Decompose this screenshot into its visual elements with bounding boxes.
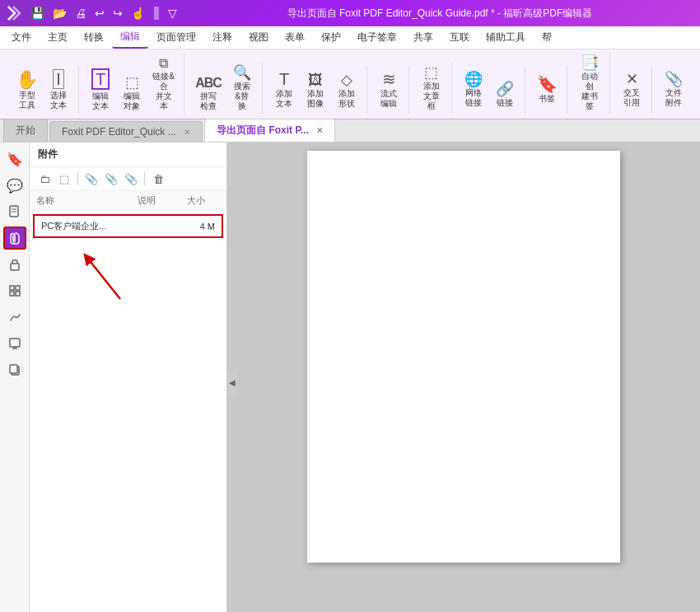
svg-rect-6 xyxy=(10,292,14,296)
sidebar-bookmark[interactable]: 🔖 xyxy=(3,147,26,171)
sidebar-security[interactable] xyxy=(3,253,26,276)
menu-connect[interactable]: 互联 xyxy=(441,27,478,48)
tab-foxit-quick[interactable]: Foxit PDF Editor_Quick ... ✕ xyxy=(49,121,203,142)
menu-sign[interactable]: 电子签章 xyxy=(349,27,405,48)
tab-close-1[interactable]: ✕ xyxy=(184,128,190,137)
file-attach-icon: 📎 xyxy=(665,72,683,86)
menu-home[interactable]: 主页 xyxy=(40,27,76,48)
main-area: 🔖 💬 xyxy=(0,142,700,612)
web-link-icon: 🌐 xyxy=(464,72,483,86)
window-title: 导出页面自 Foxit PDF Editor_Quick Guide.pdf *… xyxy=(186,7,693,21)
sidebar-pages[interactable] xyxy=(3,200,26,223)
ribbon-group-auto-bookmark: 📑 自动创建书签 xyxy=(569,53,610,114)
touch-icon[interactable]: ☝ xyxy=(128,5,147,21)
menu-view[interactable]: 视图 xyxy=(240,27,277,48)
menu-assist[interactable]: 辅助工具 xyxy=(478,27,534,48)
svg-rect-4 xyxy=(10,286,14,290)
quick-access-tools: 💾 📂 🖨 ↩ ↪ ☝ ▽ xyxy=(28,5,180,21)
ribbon-group-edit: T 编辑文本 ⬚ 编辑对象 ⧉ 链接&合并文本 xyxy=(81,54,184,114)
redo-icon[interactable]: ↪ xyxy=(110,5,125,21)
article-icon: ⬚ xyxy=(424,65,438,80)
menu-edit[interactable]: 编辑 xyxy=(112,26,148,49)
add-text-icon: T xyxy=(279,71,289,87)
attachment-toolbar: 🗀 ⬚ 📎 📎 📎 🗑 xyxy=(30,167,226,191)
add-text-btn[interactable]: T 添加文本 xyxy=(269,68,299,111)
menu-convert[interactable]: 转换 xyxy=(76,27,112,48)
sidebar-content[interactable] xyxy=(3,279,26,302)
att-row-name: PC客户端企业... xyxy=(41,220,149,232)
hand-tool-btn[interactable]: ✋ 手型工具 xyxy=(12,68,42,113)
open-icon[interactable]: 📂 xyxy=(50,5,69,21)
auto-bookmark-icon: 📑 xyxy=(581,55,599,70)
ribbon-group-attachment: 📎 文件附件 xyxy=(654,66,693,114)
menu-comment[interactable]: 注释 xyxy=(204,27,240,48)
undo-icon[interactable]: ↩ xyxy=(92,5,107,21)
menu-protect[interactable]: 保护 xyxy=(313,27,349,48)
sidebar-comment[interactable]: 💬 xyxy=(3,174,26,197)
print-icon[interactable]: 🖨 xyxy=(72,5,89,21)
link-icon: 🔗 xyxy=(496,82,514,96)
add-shape-btn[interactable]: ◇ 添加形状 xyxy=(332,70,362,111)
toolbar-divider xyxy=(154,7,159,20)
spell-check-btn[interactable]: ABC 拼写检查 xyxy=(191,74,225,114)
tab-start[interactable]: 开始 xyxy=(3,119,48,142)
pdf-viewer: ◀ xyxy=(227,142,700,612)
collapse-panel-btn[interactable]: ◀ xyxy=(227,371,237,395)
att-delete-btn[interactable]: 🗑 xyxy=(150,171,166,187)
ribbon-group-flow: ≋ 流式编辑 xyxy=(369,66,409,114)
menu-file[interactable]: 文件 xyxy=(3,27,40,48)
col-desc-label: 说明 xyxy=(138,194,187,207)
tab-export[interactable]: 导出页面自 Foxit P... ✕ xyxy=(204,119,335,142)
add-image-icon: 🖼 xyxy=(308,72,323,87)
sidebar-attachment[interactable] xyxy=(3,227,26,250)
app-logo xyxy=(7,5,23,21)
edit-object-btn[interactable]: ⬚ 编辑对象 xyxy=(117,72,147,114)
attachment-header: 名称 说明 大小 xyxy=(30,191,226,211)
svg-rect-5 xyxy=(16,286,20,290)
search-replace-btn[interactable]: 🔍 搜索&替换 xyxy=(227,63,257,114)
att-attach2-btn[interactable]: 📎 xyxy=(103,171,119,187)
add-article-btn[interactable]: ⬚ 添加文章框 xyxy=(416,63,446,114)
ribbon-group-bookmark: 🔖 书签 xyxy=(527,66,567,114)
hand-icon: ✋ xyxy=(16,71,38,89)
tab-close-2[interactable]: ✕ xyxy=(316,126,323,135)
crossref-btn[interactable]: ✕ 交叉引用 xyxy=(617,69,646,110)
flow-edit-btn[interactable]: ≋ 流式编辑 xyxy=(374,68,404,111)
file-attach-btn[interactable]: 📎 文件附件 xyxy=(659,69,688,110)
att-open-btn[interactable]: 🗀 xyxy=(36,171,53,187)
annotation-arrow xyxy=(46,241,145,307)
menu-more[interactable]: 帮 xyxy=(534,27,560,48)
ribbon-group-link: 🌐 网络链接 🔗 链接 xyxy=(454,66,525,114)
menu-page[interactable]: 页面管理 xyxy=(148,27,204,48)
link-merge-btn[interactable]: ⧉ 链接&合并文本 xyxy=(148,54,179,114)
spell-icon: ABC xyxy=(195,77,222,90)
menu-form[interactable]: 表单 xyxy=(277,27,313,48)
bookmark-btn[interactable]: 🔖 书签 xyxy=(532,73,562,106)
add-image-btn[interactable]: 🖼 添加图像 xyxy=(301,70,330,111)
web-link-btn[interactable]: 🌐 网络链接 xyxy=(459,69,488,110)
svg-rect-3 xyxy=(11,264,19,270)
select-text-btn[interactable]: I 选择文本 xyxy=(44,67,73,113)
link-btn[interactable]: 🔗 链接 xyxy=(490,79,520,110)
flow-icon: ≋ xyxy=(382,71,396,87)
save-icon[interactable]: 💾 xyxy=(28,5,47,21)
sidebar-signature[interactable] xyxy=(3,306,26,329)
dropdown-icon[interactable]: ▽ xyxy=(166,5,180,21)
col-size-label: 大小 xyxy=(187,194,220,207)
crossref-icon: ✕ xyxy=(626,72,638,86)
sidebar-copy[interactable] xyxy=(3,358,26,381)
attachment-row[interactable]: PC客户端企业... 4 M xyxy=(33,214,223,238)
ribbon-group-article: ⬚ 添加文章框 xyxy=(411,63,452,114)
att-attach3-btn[interactable]: 📎 xyxy=(123,171,139,187)
attachment-title: 附件 xyxy=(30,142,226,167)
att-view-btn[interactable]: ⬚ xyxy=(56,171,72,187)
att-attach1-btn[interactable]: 📎 xyxy=(83,171,100,187)
link-merge-icon: ⧉ xyxy=(159,57,168,70)
pdf-page xyxy=(307,151,620,563)
auto-bookmark-btn[interactable]: 📑 自动创建书签 xyxy=(574,53,604,114)
edit-text-btn[interactable]: T 编辑文本 xyxy=(86,66,115,114)
menu-share[interactable]: 共享 xyxy=(405,27,441,48)
ribbon-group-crossref: ✕ 交叉引用 xyxy=(612,66,652,114)
sidebar-output[interactable] xyxy=(3,332,26,355)
att-row-size: 4 M xyxy=(182,222,215,231)
